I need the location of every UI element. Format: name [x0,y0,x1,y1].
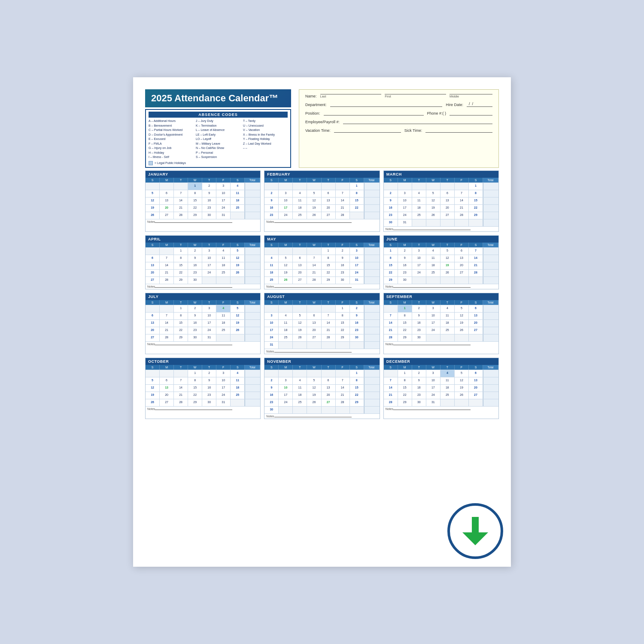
day-cell-w1-d3: 10 [426,377,440,384]
day-cell-w4-d1: 24 [279,212,293,219]
download-overlay[interactable] [447,503,503,559]
day-cell-w0-d5: 2 [336,248,350,255]
day-cell-w1-d4: 10 [202,255,216,262]
day-cell-w1-d3: 8 [188,377,202,384]
total-cell-w4 [483,399,498,406]
day-cell-w4-d3: 26 [307,212,321,219]
total-cell-w4 [245,212,260,219]
day-cell-w3-d1: 17 [398,205,412,212]
week-row-1: 891011121314 [384,255,498,262]
day-cell-w0-d1 [398,183,412,190]
codes-col-2: J – Jury DutyK – TerminationL – Leave of… [196,119,240,160]
day-cell-w4-d1: 29 [398,334,412,341]
day-cell-w4-d6: 29 [350,399,364,406]
day-cell-w1-d0: 5 [146,377,160,384]
notes-label: Notes [386,407,393,410]
day-cell-w4-d2: 30 [412,399,426,406]
day-header-M-1: M [398,365,412,370]
day-header-S-0: S [264,300,279,305]
day-cell-w2-d5: 17 [216,385,231,392]
day-cell-w0-d6: 5 [231,248,245,255]
total-cell-w1 [483,377,498,384]
week-row-2: 13141516171819 [146,262,260,269]
day-cell-w0-d0 [264,305,279,312]
day-cell-w2-d4: 13 [322,197,336,204]
day-cell-w0-d3 [307,183,321,190]
day-cell-w0-d0 [264,370,279,377]
day-cell-w0-d0 [146,183,160,190]
month-header-2: MARCH [384,171,498,178]
month-header-4: MAY [264,236,379,243]
day-cell-w3-d0: 16 [264,392,279,399]
total-header: Total [483,243,498,247]
day-cell-w4-d1: 27 [160,399,174,406]
day-cell-w3-d4: 20 [322,205,336,212]
day-cell-w3-d5: 27 [455,270,469,276]
week-row-3: 16171819202122 [264,204,379,212]
codes-col-3: T – TardyU – UnexcusedV – VacationX – Il… [243,119,288,160]
absence-codes-box: ABSENCE CODES A – Additional HoursB – Be… [145,109,291,168]
day-cell-w3-d3: 22 [188,392,202,399]
week-row-2: 12131415161718 [146,197,260,204]
day-cell-w2-d6: 16 [350,320,364,327]
day-header-S-0: S [264,365,279,370]
day-cell-w3-d1: 22 [398,327,412,334]
day-cell-w3-d0: 19 [146,205,160,212]
day-cell-w2-d0: 13 [146,320,160,327]
left-section: 2025 Attendance Calendar™ ABSENCE CODES … [145,89,291,168]
day-cell-w1-d2: 8 [174,255,188,262]
day-cell-w4-d0: 29 [384,277,398,284]
day-cell-w3-d3: 24 [426,392,440,399]
total-cell-w3 [483,327,498,334]
day-cell-w1-d2: 7 [174,190,188,197]
total-cell-w1 [483,313,498,319]
day-cell-w3-d0: 21 [384,392,398,399]
day-cell-w0-d3: 1 [188,183,202,190]
attendance-calendar-page: 2025 Attendance Calendar™ ABSENCE CODES … [133,77,511,567]
day-cell-w1-d3: 5 [307,377,321,384]
svg-marker-1 [462,532,488,545]
day-header-S-6: S [469,178,483,182]
vacation-label: Vacation Time: [305,128,331,133]
day-cell-w2-d0: 14 [384,385,398,392]
week-row-4: 262728293031 [146,399,260,406]
notes-label: Notes [147,220,155,223]
day-cell-w0-d2: 3 [412,248,426,255]
day-header-S-6: S [231,300,245,305]
total-cell-w3 [245,327,260,334]
day-cell-w3-d2: 23 [412,327,426,334]
day-header-T-4: T [440,365,455,370]
day-cell-w1-d0: 8 [384,255,398,262]
day-cell-w4-d6: 31 [350,277,364,284]
day-cell-w4-d1: 28 [160,334,174,341]
day-cell-w3-d4: 20 [440,205,455,212]
day-cell-w1-d6: 12 [231,313,245,319]
week-row-3: 19202122232425 [146,204,260,212]
day-cell-w3-d2: 21 [174,205,188,212]
day-cell-w0-d6: 1 [469,183,483,190]
day-header-T-4: T [440,178,455,182]
total-cell-w1 [364,377,380,384]
month-block-september: SEPTEMBERSMTWTFSTotal1234567891011121314… [383,293,499,354]
total-cell-w3 [483,392,498,399]
day-cell-w3-d0: 20 [146,270,160,276]
day-cell-w0-d4: 1 [322,248,336,255]
day-header-S-6: S [469,300,483,305]
day-header-S-6: S [350,365,364,370]
week-row-5: 3031 [384,219,498,226]
day-cell-w4-d4: 27 [440,212,455,219]
day-header-T-2: T [412,365,426,370]
day-cell-w3-d2: 24 [412,270,426,276]
month-block-july: JULYSMTWTFSTotal123456789101112131415161… [145,293,261,354]
sick-line [425,128,492,133]
day-cell-w5-d4 [322,407,336,413]
day-cell-w1-d5: 8 [336,313,350,319]
notes-line-0: Notes [146,219,260,224]
day-cell-w1-d5: 11 [216,255,231,262]
day-cell-w1-d0: 4 [264,255,279,262]
day-cell-w4-d1: 24 [279,399,293,406]
day-cell-w3-d1: 19 [279,270,293,276]
week-row-4: 262728293031 [146,212,260,219]
day-cell-w0-d1: 2 [398,248,412,255]
day-cell-w5-d4 [322,342,336,349]
